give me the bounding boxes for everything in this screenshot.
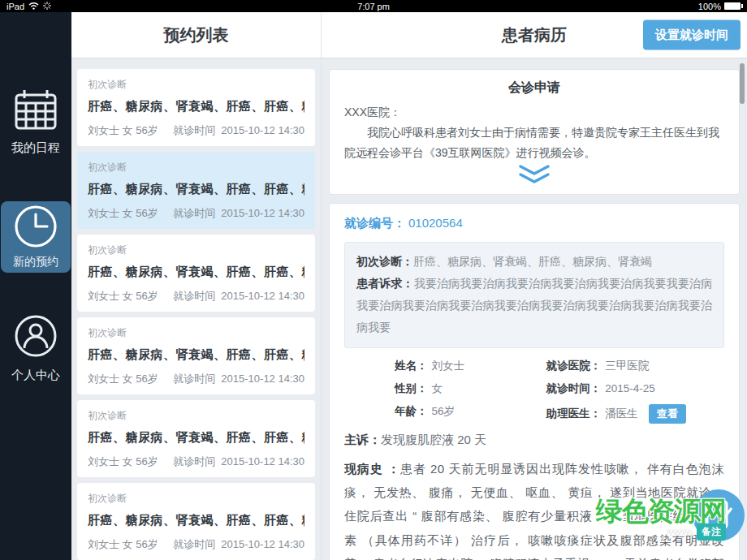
patient-summary: 刘女士 女 56岁 xyxy=(88,289,158,304)
present-illness-history: 现病史 ：患者 20 天前无明显诱因出现阵发性咳嗽， 伴有白色泡沫痰， 无发热、… xyxy=(344,457,724,560)
patient-summary: 刘女士 女 56岁 xyxy=(88,537,158,552)
visit-time-label: 就诊时间 xyxy=(173,207,215,219)
visit-number-label: 就诊编号： xyxy=(344,216,405,230)
diagnosis-type-label: 初次诊断 xyxy=(88,492,304,506)
appointment-list: 初次诊断 肝癌、糖尿病、肾衰竭、肝癌、肝癌、糖 刘女士 女 56岁 就诊时间20… xyxy=(71,58,322,560)
patient-record-panel: 会诊申请 XXX医院： 我院心呼吸科患者刘女士由于病情需要，特邀贵院专家王主任医… xyxy=(322,58,747,560)
wifi-icon xyxy=(28,2,39,11)
visit-time-label: 就诊时间 xyxy=(173,290,215,302)
clipboard-pencil-icon xyxy=(702,497,735,534)
visit-time-label: 就诊时间 xyxy=(173,124,215,136)
diagnosis-summary: 肝癌、糖尿病、肾衰竭、肝癌、肝癌、糖 xyxy=(88,430,304,446)
patient-record-title: 患者病历 xyxy=(502,24,567,46)
sync-spinner-icon xyxy=(43,2,51,11)
visit-time-value: 2015-10-12 14:30 xyxy=(221,290,304,302)
device-label: iPad xyxy=(6,2,24,11)
clock-time: 7:07 pm xyxy=(357,2,390,11)
appointment-card[interactable]: 初次诊断 肝癌、糖尿病、肾衰竭、肝癌、肝癌、糖 刘女士 女 56岁 就诊时间20… xyxy=(77,69,315,146)
patient-request-label: 患者诉求： xyxy=(356,277,414,290)
status-bar: iPad 7:07 pm 100% xyxy=(0,0,747,12)
set-visit-time-button[interactable]: 设置就诊时间 xyxy=(643,20,741,50)
clock-icon xyxy=(14,205,58,251)
diagnosis-type-label: 初次诊断 xyxy=(88,161,304,174)
diagnosis-summary: 肝癌、糖尿病、肾衰竭、肝癌、肝癌、糖 xyxy=(88,347,304,363)
scrollbar-thumb[interactable] xyxy=(740,63,745,104)
view-assistant-button[interactable]: 查看 xyxy=(649,404,686,424)
visit-time-value: 2015-10-12 14:30 xyxy=(221,207,304,219)
diagnosis-type-label: 初次诊断 xyxy=(88,78,304,92)
calendar-icon xyxy=(14,88,58,133)
appointment-card[interactable]: 初次诊断 肝癌、糖尿病、肾衰竭、肝癌、肝癌、糖 刘女士 女 56岁 就诊时间20… xyxy=(77,152,315,229)
medical-record-card: 就诊编号：01020564 初次诊断：肝癌、糖尿病、肾衰竭、肝癌、糖尿病、肾衰竭… xyxy=(329,203,740,560)
sidebar-item-label: 我的日程 xyxy=(11,140,60,156)
consultation-addressee: XXX医院： xyxy=(344,102,724,123)
sidebar-item-schedule[interactable]: 我的日程 xyxy=(0,88,71,156)
info-gender: 性别：女 xyxy=(395,381,546,396)
history-label: 现病史 ： xyxy=(344,462,400,476)
patient-summary: 刘女士 女 56岁 xyxy=(88,206,158,221)
appointment-card[interactable]: 初次诊断 肝癌、糖尿病、肾衰竭、肝癌、肝癌、糖 刘女士 女 56岁 就诊时间20… xyxy=(77,235,315,312)
appointment-card[interactable]: 初次诊断 肝癌、糖尿病、肾衰竭、肝癌、肝癌、糖 刘女士 女 56岁 就诊时间20… xyxy=(77,483,315,560)
visit-time-label: 就诊时间 xyxy=(173,373,215,385)
battery-percent: 100% xyxy=(698,2,721,11)
initial-diagnosis-value: 肝癌、糖尿病、肾衰竭、肝癌、糖尿病、肾衰竭 xyxy=(413,255,652,268)
visit-time-value: 2015-10-12 14:30 xyxy=(221,455,304,467)
visit-time-value: 2015-10-12 14:30 xyxy=(221,124,304,136)
chief-complaint-label: 主诉： xyxy=(344,433,381,446)
diagnosis-summary: 肝癌、糖尿病、肾衰竭、肝癌、肝癌、糖 xyxy=(88,513,304,528)
diagnosis-summary: 肝癌、糖尿病、肾衰竭、肝癌、肝癌、糖 xyxy=(88,265,304,280)
info-assistant: 助理医生：潘医生查看 xyxy=(546,404,724,424)
visit-time-label: 就诊时间 xyxy=(173,455,215,467)
visit-time-label: 就诊时间 xyxy=(173,538,215,550)
sidebar-item-new-appointments[interactable]: 新的预约 xyxy=(1,201,71,273)
sidebar-item-profile[interactable]: 个人中心 xyxy=(0,314,71,383)
sidebar-item-label: 新的预约 xyxy=(13,255,58,269)
visit-time-value: 2015-10-12 14:30 xyxy=(221,373,304,385)
diagnosis-summary: 肝癌、糖尿病、肾衰竭、肝癌、肝癌、糖 xyxy=(88,182,304,197)
sidebar-item-label: 个人中心 xyxy=(11,368,60,383)
battery-icon xyxy=(724,2,741,10)
info-age: 年龄：56岁 xyxy=(395,404,546,424)
patient-summary: 刘女士 女 56岁 xyxy=(88,123,158,138)
sidebar: 我的日程 新的预约 个人中心 xyxy=(0,12,71,560)
person-icon xyxy=(14,314,58,360)
consultation-request-card: 会诊申请 XXX医院： 我院心呼吸科患者刘女士由于病情需要，特邀贵院专家王主任医… xyxy=(329,69,740,195)
chevron-double-down-icon xyxy=(518,165,551,189)
visit-number: 就诊编号：01020564 xyxy=(344,216,724,231)
consultation-body: 我院心呼吸科患者刘女士由于病情需要，特邀贵院专家王主任医生到我院远程会诊平台《3… xyxy=(344,123,724,163)
edit-record-button[interactable] xyxy=(693,489,745,541)
info-hospital: 就诊医院：三甲医院 xyxy=(546,359,724,373)
patient-summary: 刘女士 女 56岁 xyxy=(88,454,158,469)
diagnosis-box: 初次诊断：肝癌、糖尿病、肾衰竭、肝癌、糖尿病、肾衰竭 患者诉求：我要治病我要治病… xyxy=(344,242,724,348)
initial-diagnosis-label: 初次诊断： xyxy=(356,255,413,268)
visit-time-value: 2015-10-12 14:30 xyxy=(221,538,304,550)
diagnosis-type-label: 初次诊断 xyxy=(88,243,304,257)
patient-info-grid: 姓名：刘女士 就诊医院：三甲医院 性别：女 就诊时间：2015-4-25 年龄：… xyxy=(344,348,724,427)
patient-summary: 刘女士 女 56岁 xyxy=(88,372,158,386)
history-value: 患者 20 天前无明显诱因出现阵发性咳嗽， 伴有白色泡沫痰， 无发热、 腹痛， … xyxy=(344,462,724,560)
info-name: 姓名：刘女士 xyxy=(395,359,546,373)
appointment-card[interactable]: 初次诊断 肝癌、糖尿病、肾衰竭、肝癌、肝癌、糖 刘女士 女 56岁 就诊时间20… xyxy=(77,317,315,394)
diagnosis-type-label: 初次诊断 xyxy=(88,409,304,423)
info-visit-time: 就诊时间：2015-4-25 xyxy=(546,381,724,396)
expand-button[interactable] xyxy=(344,164,724,191)
appointment-list-title: 预约列表 xyxy=(164,24,229,46)
diagnosis-type-label: 初次诊断 xyxy=(88,326,304,340)
chief-complaint-value: 发现腹肌腔液 20 天 xyxy=(381,433,486,446)
consultation-title: 会诊申请 xyxy=(344,80,724,97)
appointment-card[interactable]: 初次诊断 肝癌、糖尿病、肾衰竭、肝癌、肝癌、糖 刘女士 女 56岁 就诊时间20… xyxy=(77,400,315,477)
diagnosis-summary: 肝癌、糖尿病、肾衰竭、肝癌、肝癌、糖 xyxy=(88,99,304,114)
visit-number-value: 01020564 xyxy=(408,216,463,230)
chief-complaint: 主诉：发现腹肌腔液 20 天 xyxy=(344,433,724,448)
header: 预约列表 患者病历 设置就诊时间 xyxy=(71,12,747,58)
